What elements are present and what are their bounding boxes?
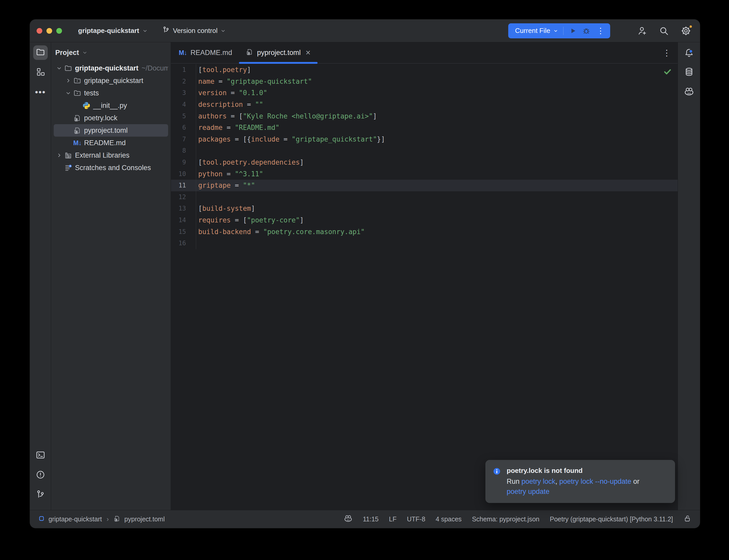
minimize-window-button[interactable] xyxy=(46,28,52,34)
tree-item-griptape-quickstart[interactable]: griptape-quickstart~/Docume xyxy=(54,62,168,74)
toml-icon xyxy=(113,515,121,524)
structure-tool-button[interactable] xyxy=(33,65,48,80)
close-window-button[interactable] xyxy=(37,28,42,34)
folder-icon xyxy=(64,64,73,72)
copilot-status-icon[interactable] xyxy=(344,514,352,524)
chevron-down-icon[interactable] xyxy=(64,90,73,96)
code-editor[interactable]: 1[tool.poetry]2name = "griptape-quicksta… xyxy=(171,64,678,510)
tab-readme[interactable]: M↓ README.md xyxy=(172,42,239,63)
project-selector[interactable]: griptape-quickstart xyxy=(78,27,148,35)
tree-item-scratches-and-consoles[interactable]: Scratches and Consoles xyxy=(54,162,168,174)
code-line-2[interactable]: 2name = "griptape-quickstart" xyxy=(171,76,678,87)
info-icon xyxy=(493,467,501,497)
window-controls xyxy=(37,28,62,34)
terminal-tool-button[interactable] xyxy=(33,448,48,463)
file-encoding[interactable]: UTF-8 xyxy=(407,515,425,523)
code-line-7[interactable]: 7packages = [{include = "griptape_quicks… xyxy=(171,134,678,145)
project-panel-header[interactable]: Project xyxy=(51,46,171,59)
unlock-icon[interactable] xyxy=(683,514,692,524)
line-number: 9 xyxy=(171,159,186,166)
code-line-12[interactable]: 12 xyxy=(171,191,678,203)
line-content xyxy=(196,237,678,249)
code-line-6[interactable]: 6readme = "README.md" xyxy=(171,122,678,134)
run-config-selector[interactable]: Current File xyxy=(515,27,558,35)
chevron-right-icon[interactable] xyxy=(55,152,64,158)
notifications-tool-button[interactable] xyxy=(682,45,696,60)
chevron-down-icon[interactable] xyxy=(55,65,64,71)
toml-icon xyxy=(246,48,253,58)
line-content: description = "" xyxy=(196,99,678,110)
tree-item-griptape-quickstart[interactable]: griptape_quickstart xyxy=(54,74,168,87)
database-tool-button[interactable] xyxy=(682,65,696,80)
tree-item-tests[interactable]: tests xyxy=(54,87,168,99)
tree-item-label: griptape_quickstart xyxy=(84,77,143,85)
code-line-9[interactable]: 9[tool.poetry.dependencies] xyxy=(171,157,678,168)
debug-button[interactable] xyxy=(582,27,591,35)
tree-item-readme-md[interactable]: M↓README.md xyxy=(54,137,168,149)
tab-label: pyproject.toml xyxy=(257,49,301,57)
code-line-10[interactable]: 10python = "^3.11" xyxy=(171,168,678,180)
python-interpreter[interactable]: Poetry (griptape-quickstart) [Python 3.1… xyxy=(550,515,673,523)
tree-item-poetry-lock[interactable]: poetry.lock xyxy=(54,112,168,124)
line-number: 8 xyxy=(171,147,186,154)
project-tree: griptape-quickstart~/Documegriptape_quic… xyxy=(51,62,171,174)
breadcrumb-file[interactable]: pyproject.toml xyxy=(124,515,165,523)
problems-tool-button[interactable] xyxy=(33,468,48,482)
chevron-right-icon[interactable] xyxy=(64,78,73,83)
notification-link[interactable]: poetry lock --no-update xyxy=(559,478,631,485)
editor-options-kebab-icon[interactable]: ⋮ xyxy=(663,42,671,63)
tree-item--init-py[interactable]: __init__.py xyxy=(54,99,168,112)
divider xyxy=(563,27,564,35)
tree-item-label: tests xyxy=(84,89,99,97)
line-content: build-backend = "poetry.core.masonry.api… xyxy=(196,226,678,237)
json-schema[interactable]: Schema: pyproject.json xyxy=(472,515,539,523)
notification-link[interactable]: poetry lock xyxy=(522,478,556,485)
line-number: 1 xyxy=(171,66,186,73)
vcs-widget[interactable]: Version control xyxy=(162,26,226,36)
code-line-14[interactable]: 14requires = ["poetry-core"] xyxy=(171,214,678,226)
add-user-button[interactable] xyxy=(637,26,647,36)
maximize-window-button[interactable] xyxy=(56,28,62,34)
cursor-position[interactable]: 11:15 xyxy=(363,515,379,523)
tree-item-pyproject-toml[interactable]: pyproject.toml xyxy=(54,124,168,137)
run-more-button[interactable]: ⋮ xyxy=(596,27,606,35)
run-button[interactable] xyxy=(569,27,577,35)
notification-link[interactable]: poetry update xyxy=(507,488,550,495)
notification-text: , xyxy=(556,478,559,485)
tree-item-path: ~/Docume xyxy=(142,64,168,72)
editor-area: M↓ README.md pyproject.toml ✕ ⋮ 1[tool.p… xyxy=(171,42,678,510)
ai-assistant-tool-button[interactable] xyxy=(682,85,696,99)
line-content xyxy=(196,191,678,203)
project-tool-button[interactable] xyxy=(33,45,48,60)
code-line-13[interactable]: 13[build-system] xyxy=(171,203,678,214)
code-line-8[interactable]: 8 xyxy=(171,145,678,157)
notification-text: Run xyxy=(507,478,522,485)
code-line-16[interactable]: 16 xyxy=(171,237,678,249)
line-number: 15 xyxy=(171,228,186,235)
code-line-4[interactable]: 4description = "" xyxy=(171,99,678,110)
settings-gear-icon[interactable] xyxy=(681,26,691,36)
tab-pyproject[interactable]: pyproject.toml ✕ xyxy=(239,42,317,63)
code-line-1[interactable]: 1[tool.poetry] xyxy=(171,64,678,76)
settings-notification-badge xyxy=(689,25,693,29)
python-icon xyxy=(82,101,91,110)
ext-lib-icon xyxy=(64,151,73,159)
more-tool-windows-button[interactable]: ••• xyxy=(33,85,48,99)
breadcrumb-project[interactable]: griptape-quickstart xyxy=(48,515,102,523)
inspection-ok-check-icon[interactable] xyxy=(663,67,672,77)
problems-icon xyxy=(36,470,45,481)
indent-style[interactable]: 4 spaces xyxy=(436,515,462,523)
left-tool-stripe: ••• xyxy=(30,42,51,510)
search-icon[interactable] xyxy=(659,26,669,36)
project-panel-title: Project xyxy=(55,49,79,57)
code-line-5[interactable]: 5authors = ["Kyle Roche <hello@griptape.… xyxy=(171,110,678,122)
line-separator[interactable]: LF xyxy=(389,515,397,523)
close-tab-icon[interactable]: ✕ xyxy=(305,49,311,57)
bell-icon xyxy=(684,48,694,58)
code-line-3[interactable]: 3version = "0.1.0" xyxy=(171,87,678,99)
code-line-15[interactable]: 15build-backend = "poetry.core.masonry.a… xyxy=(171,226,678,237)
tree-item-external-libraries[interactable]: External Libraries xyxy=(54,149,168,162)
git-tool-button[interactable] xyxy=(33,488,48,502)
tree-item-label: pyproject.toml xyxy=(84,127,128,135)
code-line-11[interactable]: 11griptape = "*" xyxy=(171,180,678,191)
